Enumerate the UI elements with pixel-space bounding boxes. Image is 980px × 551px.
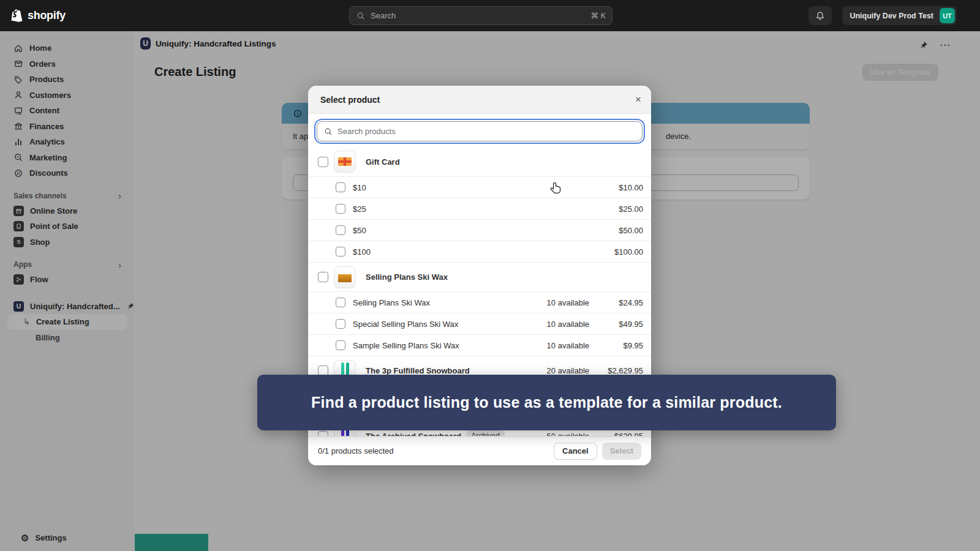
modal-title: Select product (320, 95, 380, 105)
product-row-ski-wax[interactable]: Selling Plans Ski Wax (308, 262, 651, 291)
product-row-gift-card[interactable]: Gift Card (308, 147, 651, 176)
notifications-button[interactable] (809, 6, 832, 25)
variant-row[interactable]: $100 $100.00 (308, 241, 651, 262)
variant-price: $24.95 (594, 298, 643, 307)
variant-price: $10.00 (594, 183, 643, 192)
checkbox[interactable] (336, 340, 345, 350)
product-name: Selling Plans Ski Wax (366, 272, 448, 282)
shopify-bag-icon (10, 9, 23, 23)
store-menu[interactable]: Uniquify Dev Prod Test UT (842, 6, 957, 25)
variant-price: $9.95 (594, 341, 643, 350)
select-button[interactable]: Select (602, 443, 641, 460)
variant-availability: 10 available (522, 298, 589, 307)
product-price: $629.95 (594, 432, 643, 437)
tooltip-text: Find a product listing to use as a templ… (311, 394, 782, 411)
topbar: shopify ⌘ K Uniquify Dev Prod Test UT (0, 0, 980, 31)
global-search[interactable]: ⌘ K (349, 6, 612, 25)
search-icon (356, 12, 366, 20)
store-name: Uniquify Dev Prod Test (850, 12, 933, 20)
shopify-logo[interactable]: shopify (10, 9, 66, 23)
checkbox[interactable] (336, 204, 345, 214)
variant-availability: 10 available (522, 320, 589, 329)
product-thumbnail (334, 266, 356, 288)
variant-name: Selling Plans Ski Wax (353, 298, 430, 307)
product-price: $2,629.95 (594, 366, 643, 375)
modal-footer: 0/1 products selected Cancel Select (308, 436, 651, 465)
bell-icon (815, 11, 825, 21)
product-thumbnail (334, 151, 356, 173)
product-availability: 20 available (522, 366, 589, 375)
product-availability: 50 available (522, 432, 589, 437)
variant-name: $100 (353, 247, 371, 257)
close-icon[interactable]: × (635, 94, 641, 105)
product-name: The 3p Fulfilled Snowboard (366, 366, 470, 375)
variant-row[interactable]: Special Selling Plans Ski Wax 10 availab… (308, 313, 651, 334)
variant-row[interactable]: Selling Plans Ski Wax 10 available $24.9… (308, 291, 651, 313)
variant-price: $25.00 (594, 204, 643, 214)
tutorial-tooltip: Find a product listing to use as a templ… (257, 375, 836, 430)
checkbox[interactable] (336, 182, 345, 192)
variant-name: Sample Selling Plans Ski Wax (353, 341, 459, 350)
variant-price: $49.95 (594, 320, 643, 329)
variant-name: $10 (353, 183, 366, 192)
product-search-field[interactable] (317, 121, 643, 141)
variant-row[interactable]: $50 $50.00 (308, 219, 651, 241)
checkbox[interactable] (336, 225, 345, 235)
search-shortcut-hint: ⌘ K (591, 11, 606, 20)
ski-wax-art (338, 274, 352, 282)
search-icon (323, 127, 333, 136)
variant-name: $25 (353, 204, 366, 214)
archived-badge: Archived (466, 430, 505, 436)
variant-price: $100.00 (594, 247, 643, 257)
checkbox[interactable] (318, 272, 328, 282)
checkbox[interactable] (336, 247, 345, 257)
gift-card-art (338, 157, 352, 166)
variant-price: $50.00 (594, 226, 643, 235)
store-avatar: UT (940, 8, 955, 23)
variant-row[interactable]: $10 $10.00 (308, 176, 651, 198)
variant-name: $50 (353, 226, 366, 235)
shopify-wordmark: shopify (28, 9, 66, 22)
mouse-cursor (549, 181, 562, 198)
product-search-input[interactable] (337, 127, 636, 136)
variant-row[interactable]: Sample Selling Plans Ski Wax 10 availabl… (308, 334, 651, 356)
product-name: Gift Card (366, 157, 400, 167)
cancel-button[interactable]: Cancel (554, 443, 597, 460)
checkbox[interactable] (318, 157, 328, 167)
checkbox[interactable] (318, 431, 328, 437)
modal-header: Select product × (308, 86, 651, 114)
selected-count: 0/1 products selected (318, 446, 394, 455)
checkbox[interactable] (336, 298, 345, 307)
checkbox[interactable] (336, 319, 345, 329)
variant-name: Special Selling Plans Ski Wax (353, 320, 458, 329)
variant-availability: 10 available (522, 341, 589, 350)
global-search-input[interactable] (371, 11, 591, 20)
variant-row[interactable]: $25 $25.00 (308, 198, 651, 219)
product-name: The Archived Snowboard (366, 432, 461, 437)
